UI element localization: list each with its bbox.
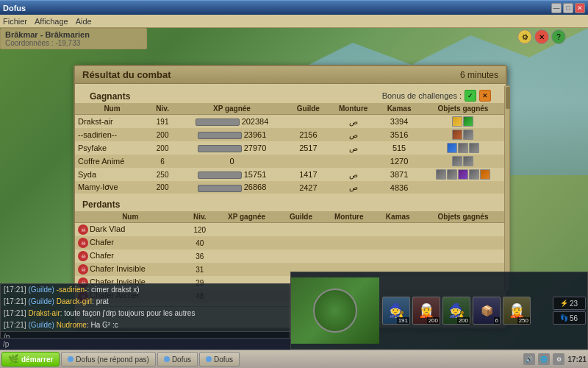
avatar-4-level: 6 — [494, 317, 500, 324]
title-bar: Dofus — □ ✕ — [0, 0, 588, 15]
col-guilde: Guilde — [288, 103, 329, 115]
table-row: Drakst-air 191 202384 ص 3394 — [75, 115, 506, 129]
chat-guild-tag: (Guilde) — [28, 321, 54, 329]
start-label: démarrer — [21, 355, 53, 364]
menu-aide[interactable]: Aide — [76, 17, 92, 26]
winner-xp: 26868 — [176, 181, 287, 194]
avatar-3-level: 200 — [457, 317, 470, 324]
taskbar-btn-1[interactable]: Dofus — [157, 352, 198, 367]
winner-name: Drakst-air — [75, 115, 149, 129]
taskbar-btn-2[interactable]: Dofus — [199, 352, 240, 367]
minimize-button[interactable]: — — [551, 3, 562, 13]
ap-value: 23 — [570, 300, 578, 308]
table-row: Psyfake 200 27970 2517 ص 515 — [75, 141, 506, 155]
chat-message: Ha G² :c — [90, 321, 118, 329]
winner-name: Psyfake — [75, 141, 149, 155]
winner-items — [420, 181, 506, 194]
winner-xp: 27970 — [176, 141, 287, 155]
close-window-button[interactable]: ✕ — [575, 3, 585, 13]
menu-fichier[interactable]: Fichier — [3, 17, 27, 26]
minimap — [291, 277, 379, 344]
item-icon — [436, 169, 446, 180]
chat-guild-tag: (Guilde) — [28, 286, 54, 294]
col-niv: Niv. — [149, 103, 176, 115]
winner-items — [420, 128, 506, 141]
winner-guilde: 2517 — [288, 141, 329, 155]
loser-xp — [214, 236, 279, 250]
loser-kamas — [376, 250, 421, 263]
right-stats: ⚡ 23 👣 56 — [551, 297, 587, 325]
top-right-icons: ⚙ ✕ ? — [517, 29, 566, 44]
taskbar-label-1: Dofus — [172, 355, 191, 364]
item-icon — [480, 169, 490, 180]
winner-kamas: 3516 — [378, 128, 420, 141]
location-name: Brâkmar - Brâkmarien — [5, 30, 142, 39]
winner-name: --sadirien-- — [75, 128, 149, 141]
taskbar-dot-2 — [206, 356, 212, 362]
table-row: ☠Chafer 40 — [75, 236, 506, 250]
winner-name: Coffre Animé — [75, 155, 149, 168]
chat-input[interactable] — [12, 340, 287, 348]
chat-line: [17:21] (Guilde) Daarck-girl: prat — [1, 296, 290, 308]
item-icon — [447, 169, 457, 180]
icon-green[interactable]: ? — [551, 29, 566, 44]
loser-xp — [214, 263, 279, 276]
winner-monture: ص — [329, 181, 378, 194]
coordinates: Coordonnées : -19,733 — [5, 39, 142, 47]
taskbar-btn-0[interactable]: Dofus (ne répond pas) — [61, 352, 156, 367]
combat-duration: 6 minutes — [460, 70, 498, 80]
loser-items — [420, 236, 506, 250]
mp-value: 56 — [570, 314, 578, 322]
table-row: Coffre Animé 6 0 1270 — [75, 155, 506, 168]
item-icon — [458, 143, 468, 153]
winner-items — [420, 168, 506, 181]
chat-input-bar[interactable]: /p — [0, 338, 290, 350]
table-row: ☠Dark Vlad 120 — [75, 223, 506, 237]
loser-skull-icon: ☠ — [78, 264, 88, 275]
loser-items — [420, 250, 506, 263]
table-row: ☠Chafer 36 — [75, 250, 506, 263]
winner-level: 200 — [149, 181, 176, 194]
winner-level: 6 — [149, 155, 176, 168]
table-header-row: Num Niv. XP gagnée Guilde Monture Kamas … — [75, 103, 506, 115]
icon-red[interactable]: ✕ — [534, 29, 549, 44]
avatar-5-level: 250 — [517, 317, 530, 324]
avatar-1-level: 191 — [397, 317, 409, 324]
chat-prefix: /p — [3, 340, 9, 348]
taskbar-right: 🔊 🌐 ⚙ 17:21 — [523, 353, 587, 365]
table-row: --sadirien-- 200 23961 2156 ص 3516 — [75, 128, 506, 141]
panel-scrollbar[interactable] — [504, 85, 510, 291]
winner-name: Mamy-lơve — [75, 181, 149, 194]
maximize-button[interactable]: □ — [563, 3, 573, 13]
minimap-circle — [313, 289, 357, 333]
item-icon — [463, 130, 473, 140]
challenge-row: Bonus de challenges : ✓ ✕ — [375, 88, 498, 103]
col-monture: Monture — [329, 103, 378, 115]
start-button[interactable]: 🌿 démarrer — [1, 352, 60, 367]
chat-player: Drakst-air — [28, 309, 60, 317]
losers-header: Perdants — [75, 197, 506, 211]
loser-skull-icon: ☠ — [78, 224, 88, 235]
avatar-5: 🧝 250 — [503, 297, 531, 325]
loser-col-guilde: Guilde — [279, 211, 323, 223]
chat-player: Nudrome — [57, 321, 87, 329]
winner-items — [420, 141, 506, 155]
loser-col-xp: XP gagnée — [214, 211, 279, 223]
item-icon — [447, 143, 457, 153]
winner-level: 191 — [149, 115, 176, 129]
loser-items — [420, 223, 506, 237]
item-icon — [452, 130, 462, 140]
combat-header: Résultat du combat 6 minutes — [75, 66, 506, 84]
icon-yellow[interactable]: ⚙ — [517, 29, 532, 44]
loser-guilde — [279, 236, 323, 250]
chat-line: [17:21] (Guilde) Nudrome: Ha G² :c — [1, 319, 290, 331]
window-controls: — □ ✕ — [551, 3, 585, 13]
chat-time: [17:21] — [4, 297, 26, 305]
chat-time: [17:21] — [4, 321, 26, 329]
chat-player: Daarck-girl — [57, 297, 92, 305]
loser-guilde — [279, 223, 323, 237]
loser-xp — [214, 250, 279, 263]
chat-message: prat — [96, 297, 109, 305]
menu-affichage[interactable]: Affichage — [35, 17, 68, 26]
challenge-label: Bonus de challenges : — [382, 91, 462, 100]
